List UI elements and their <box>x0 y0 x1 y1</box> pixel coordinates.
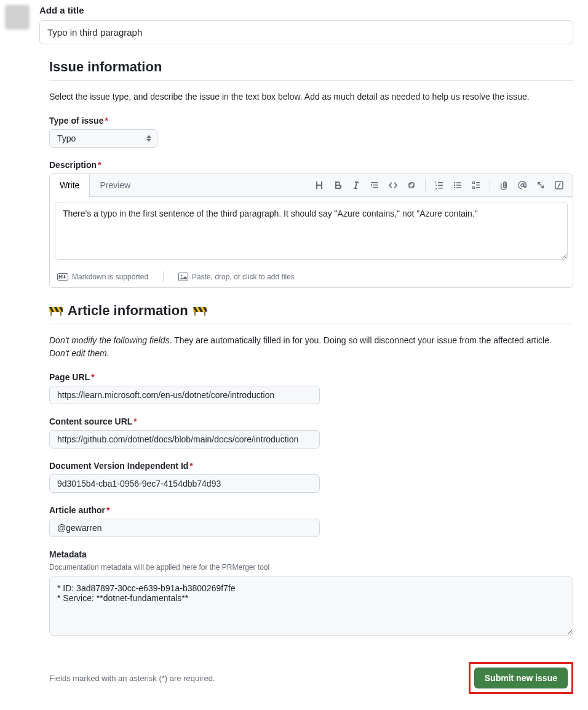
construction-icon <box>193 305 207 317</box>
type-label: Type of issue* <box>49 116 573 126</box>
page-url-label: Page URL* <box>49 372 573 382</box>
svg-point-2 <box>454 187 455 188</box>
italic-icon[interactable] <box>348 177 365 194</box>
article-info-heading: Article information <box>49 303 573 319</box>
title-input[interactable] <box>39 20 573 44</box>
unordered-list-icon[interactable] <box>449 177 466 194</box>
svg-point-1 <box>454 185 455 186</box>
description-textarea[interactable] <box>55 202 568 260</box>
page-url-input[interactable] <box>49 386 320 404</box>
attach-files-note[interactable]: Paste, drop, or click to add files <box>178 273 295 281</box>
markdown-icon <box>57 273 68 281</box>
toolbar-separator <box>425 179 426 191</box>
description-label: Description* <box>49 160 573 170</box>
construction-icon <box>49 305 63 317</box>
code-icon[interactable] <box>384 177 402 194</box>
doc-version-input[interactable] <box>49 474 320 493</box>
avatar <box>5 5 30 30</box>
submit-button[interactable]: Submit new issue <box>474 668 568 688</box>
content-source-label: Content source URL* <box>49 417 573 426</box>
metadata-help: Documentation metadata will be applied h… <box>49 563 573 572</box>
title-label: Add a title <box>39 5 573 15</box>
tab-write[interactable]: Write <box>50 174 90 197</box>
tasklist-icon[interactable] <box>467 177 485 194</box>
image-icon <box>178 273 188 281</box>
metadata-textarea[interactable] <box>49 576 573 636</box>
footer-separator <box>163 271 164 282</box>
cross-reference-icon[interactable] <box>532 177 549 194</box>
editor-toolbar <box>306 177 573 194</box>
issue-info-description: Select the issue type, and describe the … <box>49 90 573 103</box>
article-info-description: Don't modify the following fields. They … <box>49 334 573 360</box>
type-select[interactable]: Typo <box>49 129 157 148</box>
svg-point-0 <box>454 182 455 183</box>
editor: Write Preview <box>49 174 573 288</box>
divider <box>49 80 573 81</box>
svg-rect-11 <box>194 312 196 316</box>
toolbar-separator <box>490 179 490 191</box>
slash-command-icon[interactable] <box>550 177 568 194</box>
metadata-label: Metadata <box>49 549 573 559</box>
quote-icon[interactable] <box>366 177 383 194</box>
bold-icon[interactable] <box>329 177 346 194</box>
svg-point-6 <box>181 275 183 277</box>
attach-icon[interactable] <box>495 177 512 194</box>
doc-version-label: Document Version Independent Id* <box>49 461 573 471</box>
link-icon[interactable] <box>403 177 420 194</box>
ordered-list-icon[interactable] <box>431 177 448 194</box>
submit-highlight: Submit new issue <box>469 662 573 694</box>
author-label: Article author* <box>49 505 573 515</box>
content-source-input[interactable] <box>49 430 320 449</box>
required-note: Fields marked with an asterisk (*) are r… <box>49 674 215 683</box>
heading-icon[interactable] <box>311 177 328 194</box>
svg-rect-8 <box>50 312 52 316</box>
author-input[interactable] <box>49 519 320 537</box>
issue-info-heading: Issue information <box>49 59 573 75</box>
divider <box>49 324 573 324</box>
tab-preview[interactable]: Preview <box>90 174 140 196</box>
svg-rect-12 <box>204 312 205 316</box>
markdown-note[interactable]: Markdown is supported <box>57 273 148 281</box>
svg-rect-9 <box>60 312 62 316</box>
svg-rect-5 <box>179 273 188 281</box>
mention-icon[interactable] <box>514 177 531 194</box>
